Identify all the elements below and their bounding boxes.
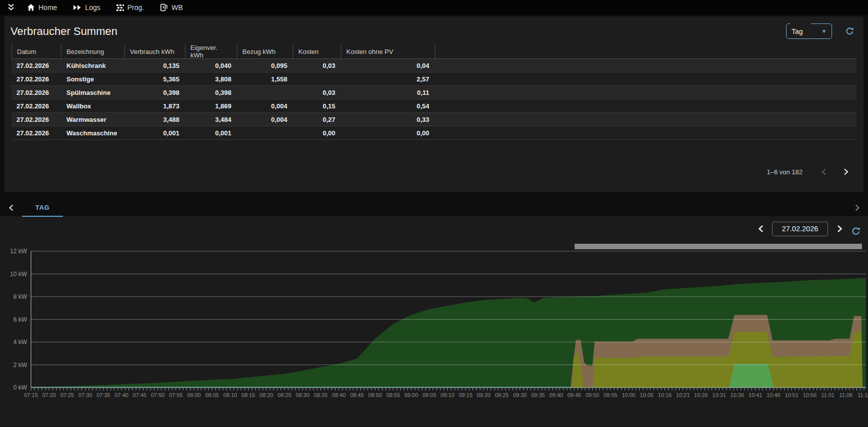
- cell-verbrauch: 0,398: [125, 89, 185, 96]
- tab-tag[interactable]: TAG: [22, 199, 63, 217]
- cell-bezeichnung: Kühlschrank: [61, 62, 125, 69]
- home-icon: [27, 3, 35, 11]
- x-axis-label: 07:35: [96, 392, 110, 398]
- x-axis-label: 09:30: [513, 392, 527, 398]
- x-axis-label: 08:25: [278, 392, 292, 398]
- cell-datum: 27.02.2026: [11, 89, 61, 96]
- x-axis-label: 10:51: [785, 392, 799, 398]
- tabbar-spacer: [63, 199, 846, 217]
- cell-kosten_ohne_pv: 0,33: [341, 116, 435, 123]
- date-field[interactable]: 27.02.2026: [772, 222, 828, 236]
- collapse-nav-icon[interactable]: [5, 2, 17, 13]
- consumption-table: Datum Bezeichnung Verbrauch kWh Eigenver…: [11, 44, 857, 140]
- x-axis-label: 08:50: [368, 392, 382, 398]
- cell-kosten: 0,15: [293, 102, 341, 110]
- next-day-button[interactable]: [833, 222, 846, 235]
- x-axis-label: 09:05: [422, 392, 436, 398]
- y-axis-label: 6 kW: [13, 316, 27, 323]
- nav-label: Home: [38, 3, 57, 11]
- x-axis-label: 07:45: [133, 392, 147, 398]
- y-axis-label: 12 kW: [10, 248, 27, 255]
- page-title: Verbraucher Summen: [10, 25, 117, 38]
- cell-verbrauch: 3,488: [125, 116, 185, 123]
- pagination-next-button[interactable]: [839, 164, 854, 179]
- chevron-left-icon: [758, 225, 764, 233]
- y-axis-label: 0 kW: [13, 384, 27, 391]
- table-row[interactable]: 27.02.2026Spülmaschine0,3980,3980,030,11: [11, 86, 857, 99]
- x-axis-label: 09:00: [404, 392, 418, 398]
- cell-verbrauch: 5,365: [125, 75, 185, 83]
- chart-refresh-button[interactable]: [851, 226, 861, 236]
- y-axis-label: 10 kW: [10, 271, 27, 278]
- x-axis-label: 10:26: [694, 392, 708, 398]
- x-axis-label: 07:30: [78, 392, 92, 398]
- cell-verbrauch: 0,001: [125, 129, 185, 137]
- pagination-prev-button[interactable]: [817, 164, 832, 179]
- table-row[interactable]: 27.02.2026Warmwasser3,4883,4840,0040,270…: [11, 113, 857, 126]
- x-axis-label: 07:20: [42, 392, 56, 398]
- table-header: Datum Bezeichnung Verbrauch kWh Eigenver…: [11, 44, 857, 59]
- cell-bezug: 0,004: [237, 116, 293, 123]
- consumption-summary-card: Verbraucher Summen Tag ▼ Datum Bezeichnu…: [4, 16, 864, 192]
- tabs-scroll-left-button[interactable]: [0, 199, 22, 217]
- nav-item-logs[interactable]: Logs: [67, 0, 106, 15]
- x-axis-label: 08:20: [259, 392, 273, 398]
- x-axis-label: 09:40: [549, 392, 563, 398]
- consumption-chart[interactable]: 0 kW2 kW4 kW6 kW8 kW10 kW12 kW07:1507:20…: [0, 242, 868, 402]
- cell-kosten: 0,00: [293, 129, 341, 137]
- table-row[interactable]: 27.02.2026Kühlschrank0,1350,0400,0950,03…: [11, 59, 857, 72]
- chevron-left-icon: [821, 168, 827, 175]
- nav-item-wb[interactable]: WB: [154, 0, 189, 15]
- chevron-right-icon: [837, 225, 843, 233]
- x-axis-label: 10:21: [676, 392, 690, 398]
- column-header-datum[interactable]: Datum: [11, 44, 61, 59]
- x-axis-label: 09:50: [586, 392, 600, 398]
- day-chart-panel: 27.02.2026 0 kW2 kW4 kW6 kW8 kW10 kW12 k…: [0, 218, 868, 427]
- nav-item-home[interactable]: Home: [21, 0, 63, 15]
- cell-bezeichnung: Spülmaschine: [61, 89, 125, 96]
- cell-bezeichnung: Wallbox: [61, 102, 125, 110]
- cell-eigenver: 3,484: [185, 116, 237, 123]
- x-axis-label: 08:15: [241, 392, 255, 398]
- select-notch: [790, 23, 811, 24]
- period-select[interactable]: Tag ▼: [786, 23, 832, 39]
- chevron-left-icon: [8, 204, 14, 211]
- cell-eigenver: 0,040: [185, 62, 237, 69]
- table-row[interactable]: 27.02.2026Sonstige5,3653,8081,5582,57: [11, 72, 857, 86]
- cell-datum: 27.02.2026: [11, 102, 61, 110]
- cell-kosten_ohne_pv: 0,54: [341, 102, 435, 110]
- column-header-kosten[interactable]: Kosten: [293, 44, 341, 59]
- column-header-bezeichnung[interactable]: Bezeichnung: [61, 44, 125, 59]
- nav-item-prog[interactable]: Prog.: [110, 0, 150, 15]
- y-axis-label: 4 kW: [13, 339, 27, 346]
- column-header-verbrauch[interactable]: Verbrauch kWh: [125, 44, 185, 59]
- column-header-eigenver[interactable]: Eigenver. kWh: [185, 44, 237, 59]
- cell-verbrauch: 0,135: [125, 62, 185, 69]
- table-row[interactable]: 27.02.2026Waschmaschine0,0010,0010,000,0…: [11, 126, 857, 140]
- x-axis-label: 11:06: [839, 392, 853, 398]
- area-series-sp-lmaschine: [729, 364, 774, 388]
- cell-datum: 27.02.2026: [11, 75, 61, 83]
- x-axis-label: 08:45: [350, 392, 364, 398]
- x-axis-label: 10:00: [622, 392, 636, 398]
- cell-kosten: 0,03: [293, 89, 341, 96]
- cell-kosten_ohne_pv: 0,11: [341, 89, 435, 96]
- column-header-bezug[interactable]: Bezug kWh: [237, 44, 293, 59]
- table-row[interactable]: 27.02.2026Wallbox1,8731,8690,0040,150,54: [11, 99, 857, 113]
- x-axis-label: 07:40: [114, 392, 128, 398]
- x-axis-label: 07:25: [60, 392, 74, 398]
- x-axis-label: 08:05: [205, 392, 219, 398]
- x-axis-label: 09:45: [567, 392, 581, 398]
- x-axis-label: 10:41: [749, 392, 763, 398]
- y-axis-label: 2 kW: [13, 362, 27, 369]
- x-axis-label: 08:40: [332, 392, 346, 398]
- chart-scrollbar-thumb[interactable]: [575, 244, 862, 249]
- table-refresh-button[interactable]: [845, 26, 855, 36]
- x-axis-label: 07:15: [24, 392, 38, 398]
- nav-label: Prog.: [127, 3, 144, 11]
- tabs-scroll-right-button[interactable]: [846, 199, 868, 217]
- cell-bezeichnung: Waschmaschine: [61, 129, 125, 137]
- x-axis-label: 09:10: [441, 392, 455, 398]
- column-header-kosten-ohne-pv[interactable]: Kosten ohne PV: [341, 44, 435, 59]
- previous-day-button[interactable]: [754, 222, 767, 235]
